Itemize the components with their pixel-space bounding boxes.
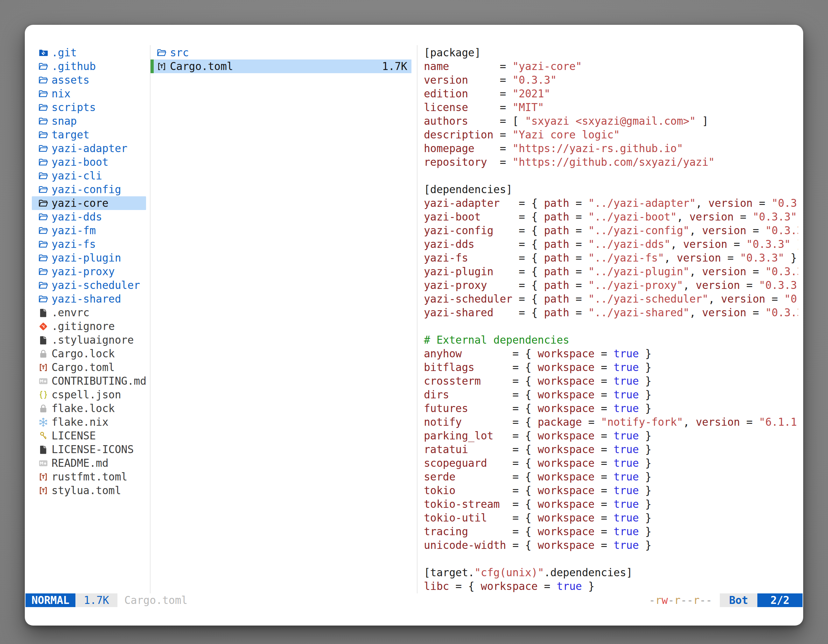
- toml-icon: [38, 486, 49, 496]
- item-label: yazi-cli: [52, 169, 102, 183]
- item-label: yazi-dds: [52, 210, 102, 224]
- item-label: yazi-fm: [52, 224, 96, 237]
- file-item-flake.nix[interactable]: flake.nix: [25, 415, 150, 429]
- folder-icon: [38, 171, 49, 181]
- preview-line: [424, 552, 798, 566]
- toml-icon: [157, 61, 167, 72]
- item-label: README.md: [52, 456, 108, 470]
- preview-line: tokio = { workspace = true }: [424, 484, 798, 497]
- file-item-license[interactable]: LICENSE: [25, 429, 150, 443]
- preview-line: [target."cfg(unix)".dependencies]: [424, 566, 798, 580]
- item-label: yazi-config: [52, 183, 121, 196]
- folder-item-snap[interactable]: snap: [25, 114, 150, 128]
- folder-item-yazi-config[interactable]: yazi-config: [25, 183, 150, 196]
- file-item-cspell.json[interactable]: cspell.json: [25, 388, 150, 401]
- folder-item-yazi-scheduler[interactable]: yazi-scheduler: [25, 278, 150, 292]
- preview-line: dirs = { workspace = true }: [424, 388, 798, 401]
- folder-item-yazi-boot[interactable]: yazi-boot: [25, 155, 150, 169]
- preview-line: yazi-fs = { path = "../yazi-fs", version…: [424, 251, 798, 265]
- item-label: yazi-fs: [52, 237, 96, 251]
- folder-item-scripts[interactable]: scripts: [25, 100, 150, 114]
- folder-item-yazi-proxy[interactable]: yazi-proxy: [25, 265, 150, 278]
- item-label: cspell.json: [52, 388, 121, 401]
- preview-line: yazi-proxy = { path = "../yazi-proxy", v…: [424, 278, 798, 292]
- file-item-stylua.toml[interactable]: stylua.toml: [25, 484, 150, 497]
- folder-item-yazi-plugin[interactable]: yazi-plugin: [25, 251, 150, 265]
- status-filename: Cargo.toml: [124, 594, 188, 607]
- item-label: LICENSE-ICONS: [52, 443, 134, 456]
- folder-item-yazi-fm[interactable]: yazi-fm: [25, 224, 150, 237]
- item-label: yazi-scheduler: [52, 278, 140, 292]
- folder-icon: [38, 280, 49, 290]
- folder-item-yazi-cli[interactable]: yazi-cli: [25, 169, 150, 183]
- file-size-badge: 1.7K: [75, 594, 117, 607]
- folder-item-assets[interactable]: assets: [25, 73, 150, 87]
- preview-line: parking_lot = { workspace = true }: [424, 429, 798, 443]
- item-label: yazi-plugin: [52, 251, 121, 265]
- item-label: Cargo.toml: [52, 360, 115, 374]
- file-item-.styluaignore[interactable]: .styluaignore: [25, 333, 150, 347]
- file-item-readme.md[interactable]: README.md: [25, 456, 150, 470]
- folder-icon: [38, 185, 49, 195]
- folder-icon: [38, 61, 49, 72]
- file-icon: [38, 335, 49, 345]
- folder-item-target[interactable]: target: [25, 128, 150, 142]
- item-label: yazi-shared: [52, 292, 121, 306]
- current-folder-item-src[interactable]: src: [151, 46, 411, 60]
- folder-item-yazi-adapter[interactable]: yazi-adapter: [25, 142, 150, 155]
- folder-item-yazi-fs[interactable]: yazi-fs: [25, 237, 150, 251]
- file-item-flake.lock[interactable]: flake.lock: [25, 401, 150, 415]
- item-label: target: [52, 128, 89, 142]
- status-bar: NORMAL 1.7K Cargo.toml -rw-r--r-- Bot 2/…: [25, 594, 803, 607]
- folder-item-nix[interactable]: nix: [25, 87, 150, 100]
- status-right-group: -rw-r--r-- Bot 2/2: [649, 594, 803, 607]
- current-file-item-cargo.toml[interactable]: Cargo.toml1.7K: [151, 60, 411, 73]
- folder-item-.github[interactable]: .github: [25, 60, 150, 73]
- preview-line: yazi-boot = { path = "../yazi-boot", ver…: [424, 210, 798, 224]
- item-label: snap: [52, 114, 77, 128]
- folder-item-yazi-dds[interactable]: yazi-dds: [25, 210, 150, 224]
- preview-line: futures = { workspace = true }: [424, 401, 798, 415]
- preview-line: yazi-dds = { path = "../yazi-dds", versi…: [424, 237, 798, 251]
- folder-icon: [38, 253, 49, 263]
- file-item-.gitignore[interactable]: .gitignore: [25, 320, 150, 333]
- folder-item-yazi-shared[interactable]: yazi-shared: [25, 292, 150, 306]
- preview-line: authors = [ "sxyazi <sxyazi@gmail.com>" …: [424, 114, 798, 128]
- folder-item-.git[interactable]: .git: [25, 46, 150, 60]
- file-item-license-icons[interactable]: LICENSE-ICONS: [25, 443, 150, 456]
- file-item-.envrc[interactable]: .envrc: [25, 306, 150, 320]
- parent-directory-pane: .git.githubassetsnixscriptssnaptargetyaz…: [25, 46, 150, 497]
- preview-line: license = "MIT": [424, 100, 798, 114]
- item-label: yazi-proxy: [52, 265, 115, 278]
- folder-icon: [38, 157, 49, 168]
- preview-line: yazi-plugin = { path = "../yazi-plugin",…: [424, 265, 798, 278]
- file-item-cargo.toml[interactable]: Cargo.toml: [25, 360, 150, 374]
- file-item-cargo.lock[interactable]: Cargo.lock: [25, 347, 150, 360]
- folder-item-yazi-core[interactable]: yazi-core: [25, 196, 150, 210]
- preview-line: yazi-adapter = { path = "../yazi-adapter…: [424, 196, 798, 210]
- item-label: .github: [52, 60, 96, 73]
- preview-line: tokio-util = { workspace = true }: [424, 511, 798, 525]
- folder-icon: [38, 239, 49, 249]
- selection-marker: [151, 60, 154, 73]
- file-item-rustfmt.toml[interactable]: rustfmt.toml: [25, 470, 150, 484]
- toml-icon: [38, 362, 49, 373]
- item-label: assets: [52, 73, 89, 87]
- item-size: 1.7K: [382, 60, 411, 73]
- preview-line: bitflags = { workspace = true }: [424, 360, 798, 374]
- item-label: .styluaignore: [52, 333, 134, 347]
- preview-line: description = "Yazi core logic": [424, 128, 798, 142]
- folder-icon: [38, 130, 49, 140]
- item-label: Cargo.toml: [170, 60, 233, 73]
- folder-icon: [38, 75, 49, 85]
- file-item-contributing.md[interactable]: CONTRIBUTING.md: [25, 374, 150, 388]
- preview-line: notify = { package = "notify-fork", vers…: [424, 415, 798, 429]
- preview-line: repository = "https://github.com/sxyazi/…: [424, 155, 798, 169]
- item-label: yazi-adapter: [52, 142, 127, 155]
- preview-line: anyhow = { workspace = true }: [424, 347, 798, 360]
- item-label: CONTRIBUTING.md: [52, 374, 146, 388]
- preview-line: [424, 169, 798, 183]
- markdown-icon: [38, 376, 49, 386]
- preview-line: crossterm = { workspace = true }: [424, 374, 798, 388]
- preview-line: version = "0.3.3": [424, 73, 798, 87]
